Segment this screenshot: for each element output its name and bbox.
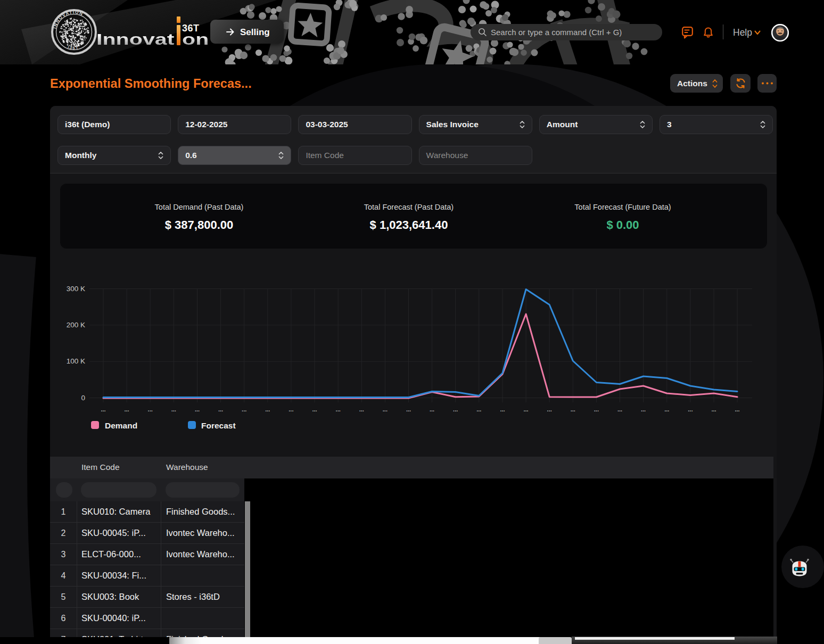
svg-text:...: ... <box>735 406 740 412</box>
svg-text:300 K: 300 K <box>67 285 85 293</box>
svg-text:...: ... <box>476 406 481 412</box>
svg-text:...: ... <box>289 406 293 412</box>
svg-text:...: ... <box>453 406 458 412</box>
svg-text:...: ... <box>312 406 317 412</box>
svg-text:...: ... <box>336 406 341 412</box>
svg-text:0: 0 <box>81 394 85 402</box>
svg-text:...: ... <box>171 406 176 412</box>
svg-text:...: ... <box>524 406 529 412</box>
svg-text:...: ... <box>711 406 716 412</box>
svg-text:...: ... <box>571 406 575 412</box>
svg-text:...: ... <box>383 406 388 412</box>
svg-text:200 K: 200 K <box>67 321 85 329</box>
svg-text:...: ... <box>195 406 200 412</box>
svg-text:...: ... <box>218 406 223 412</box>
svg-text:...: ... <box>101 406 105 412</box>
svg-text:...: ... <box>359 406 364 412</box>
svg-text:...: ... <box>641 406 646 412</box>
svg-text:...: ... <box>430 406 434 412</box>
svg-text:...: ... <box>547 406 552 412</box>
svg-text:...: ... <box>688 406 693 412</box>
svg-text:...: ... <box>617 406 622 412</box>
svg-text:100 K: 100 K <box>67 357 85 365</box>
svg-text:...: ... <box>406 406 411 412</box>
svg-text:...: ... <box>148 406 153 412</box>
svg-text:...: ... <box>265 406 270 412</box>
svg-text:...: ... <box>125 406 129 412</box>
svg-text:...: ... <box>594 406 599 412</box>
svg-text:...: ... <box>664 406 669 412</box>
svg-text:...: ... <box>500 406 505 412</box>
svg-text:...: ... <box>242 406 246 412</box>
